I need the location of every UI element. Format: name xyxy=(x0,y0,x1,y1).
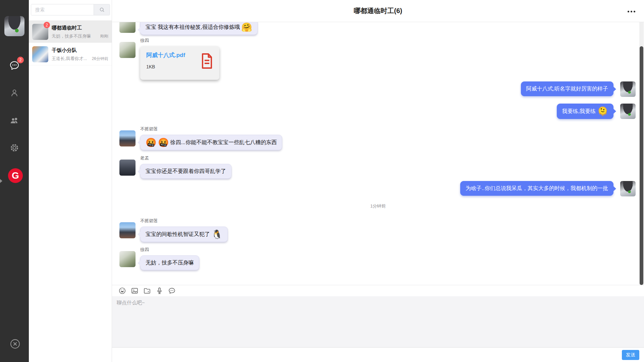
message-area: 宝宝 我这有本祖传秘笈,很适合你修炼哦 🤗 徐四 阿威十八式.pdf 1KB xyxy=(112,22,644,285)
message-textarea[interactable] xyxy=(112,296,644,347)
time-divider: 1分钟前 xyxy=(112,203,644,209)
emoji-icon xyxy=(118,287,126,295)
last-message-time: 刚刚 xyxy=(100,34,108,39)
last-message-preview: 无妨，技多不压身嘛 xyxy=(52,33,91,39)
app-logo[interactable]: G xyxy=(8,168,23,183)
group-avatar xyxy=(32,46,48,62)
chat-message-left: 徐四 阿威十八式.pdf 1KB xyxy=(119,38,219,80)
file-attachment-card[interactable]: 阿威十八式.pdf 1KB xyxy=(140,46,219,80)
message-bubble: 宝宝 我这有本祖传秘笈,很适合你修炼哦 🤗 xyxy=(140,22,258,35)
conversation-list: 2 哪都通临时工 无妨，技多不压身嘛 刚刚 干饭小分队 王道长,我看你才... … xyxy=(29,20,112,65)
pdf-document-icon xyxy=(200,53,214,75)
image-button[interactable] xyxy=(130,287,139,295)
nav-chats-button[interactable]: 2 xyxy=(9,60,20,71)
sender-name: 不摇碧莲 xyxy=(140,126,282,132)
chat-message-left: 徐四 无妨，技多不压身嘛 xyxy=(119,247,199,270)
folder-icon xyxy=(143,287,151,295)
last-message-preview: 王道长,我看你才... xyxy=(52,56,87,62)
sender-avatar[interactable] xyxy=(119,160,136,176)
composer-input-area xyxy=(112,296,644,347)
unread-badge: 2 xyxy=(44,22,50,28)
search-icon xyxy=(99,6,105,13)
sender-name: 徐四 xyxy=(140,38,219,44)
scrollbar-thumb[interactable] xyxy=(640,46,643,285)
nav-settings-button[interactable] xyxy=(9,142,20,154)
sender-avatar[interactable] xyxy=(119,251,136,267)
nav-contacts-button[interactable] xyxy=(9,87,20,99)
conversation-panel: 2 哪都通临时工 无妨，技多不压身嘛 刚刚 干饭小分队 王道长,我看你才... … xyxy=(29,0,112,362)
chat-title: 哪都通临时工(6) xyxy=(354,6,402,15)
send-button[interactable]: 发送 xyxy=(622,350,639,360)
conversation-name: 哪都通临时工 xyxy=(52,24,108,31)
file-folder-button[interactable] xyxy=(143,287,151,295)
own-avatar[interactable] xyxy=(620,181,636,196)
own-avatar[interactable] xyxy=(620,81,636,97)
collapse-arrow-icon[interactable] xyxy=(0,179,2,183)
current-user-avatar[interactable] xyxy=(4,16,24,36)
sender-name: 徐四 xyxy=(140,247,199,253)
conversation-name: 干饭小分队 xyxy=(52,47,108,54)
chat-message-left: 不摇碧莲 🤬 🤬 徐四...你能不能不教宝宝一些乱七八糟的东西 xyxy=(119,126,282,150)
close-button[interactable] xyxy=(9,338,21,350)
message-history-button[interactable] xyxy=(167,287,176,295)
last-message-time: 26分钟前 xyxy=(92,56,108,62)
chat-message-left: 宝宝 我这有本祖传秘笈,很适合你修炼哦 🤗 xyxy=(119,22,258,35)
message-bubble: 我要练,我要练 🫠 xyxy=(557,104,613,119)
message-bubble: 🤬 🤬 徐四...你能不能不教宝宝一些乱七八糟的东西 xyxy=(140,135,282,150)
messenger-app: 2 xyxy=(0,0,644,362)
sender-name: 老孟 xyxy=(140,155,231,161)
message-bubble: 无妨，技多不压身嘛 xyxy=(140,255,199,270)
sender-name: 不摇碧莲 xyxy=(140,218,228,224)
rail-nav: 2 xyxy=(0,60,29,154)
group-icon xyxy=(9,115,20,126)
chat-message-right: 为啥子..你们总说我呆瓜，其实大多的时候，我都机制的一批 xyxy=(460,181,636,196)
conversation-item-nadutong[interactable]: 2 哪都通临时工 无妨，技多不压身嘛 刚刚 xyxy=(29,20,112,43)
composer-toolbar xyxy=(112,285,644,296)
settings-icon xyxy=(9,143,19,153)
sender-avatar[interactable] xyxy=(119,130,136,146)
search-button[interactable] xyxy=(94,4,110,15)
mic-icon xyxy=(156,287,163,295)
chat-main: 哪都通临时工(6) 宝宝 我这有本祖传秘笈,很适合你修炼哦 🤗 徐四 xyxy=(112,0,644,362)
more-options-button[interactable] xyxy=(626,9,637,14)
contacts-icon xyxy=(9,88,19,98)
own-avatar[interactable] xyxy=(620,104,636,119)
sender-avatar[interactable] xyxy=(119,42,136,58)
unread-badge: 2 xyxy=(17,57,24,63)
close-icon xyxy=(9,338,21,350)
chat-header: 哪都通临时工(6) xyxy=(112,0,644,22)
left-rail: 2 xyxy=(0,0,29,362)
message-bubble: 阿威十八式,听名字就好厉害的样子 xyxy=(521,81,613,96)
search-box xyxy=(31,4,110,15)
send-bar: 发送 xyxy=(112,347,644,362)
chat-message-right: 阿威十八式,听名字就好厉害的样子 xyxy=(521,81,636,97)
message-bubble: 宝宝你还是不要跟着你四哥乱学了 xyxy=(140,164,231,179)
voice-button[interactable] xyxy=(155,287,164,295)
chat-message-left: 老孟 宝宝你还是不要跟着你四哥乱学了 xyxy=(119,155,231,179)
message-bubble: 宝宝的间歇性机智证又犯了 🐧 xyxy=(140,227,228,242)
search-input[interactable] xyxy=(31,4,94,15)
chat-bubble-icon xyxy=(168,287,176,295)
emoji-button[interactable] xyxy=(118,287,126,295)
sender-avatar[interactable] xyxy=(119,22,136,33)
file-name: 阿威十八式.pdf xyxy=(146,52,185,59)
file-size: 1KB xyxy=(146,64,185,69)
chat-message-left: 不摇碧莲 宝宝的间歇性机智证又犯了 🐧 xyxy=(119,218,228,242)
image-icon xyxy=(131,287,139,295)
chat-message-right: 我要练,我要练 🫠 xyxy=(557,104,636,119)
conversation-item-ganfan[interactable]: 干饭小分队 王道长,我看你才... 26分钟前 xyxy=(29,43,112,65)
more-icon xyxy=(628,11,629,12)
sender-avatar[interactable] xyxy=(119,222,136,238)
message-bubble: 为啥子..你们总说我呆瓜，其实大多的时候，我都机制的一批 xyxy=(460,181,613,196)
nav-groups-button[interactable] xyxy=(9,115,20,126)
